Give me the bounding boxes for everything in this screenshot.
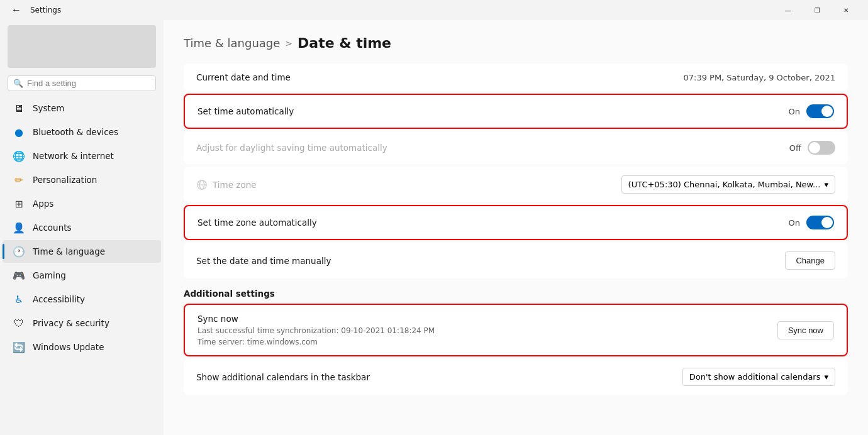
search-area: 🔍: [0, 70, 164, 96]
sidebar-item-label: Windows Update: [33, 342, 104, 352]
sidebar-item-label: Time & language: [33, 246, 105, 256]
set-manually-label: Set the date and time manually: [196, 256, 331, 266]
timezone-right: (UTC+05:30) Chennai, Kolkata, Mumbai, Ne…: [621, 175, 835, 194]
calendars-card: Show additional calendars in the taskbar…: [184, 359, 848, 395]
sync-left: Sync now Last successful time synchroniz…: [198, 314, 435, 346]
calendars-dropdown[interactable]: Don't show additional calendars ▾: [682, 368, 835, 386]
set-time-auto-row: Set time automatically On: [185, 95, 847, 128]
daylight-state: Off: [789, 143, 801, 153]
current-date-label: Current date and time: [196, 72, 291, 82]
daylight-card: Adjust for daylight saving time automati…: [184, 131, 848, 164]
calendars-label: Show additional calendars in the taskbar: [196, 372, 370, 382]
sidebar: 🔍 🖥 System ● Bluetooth & devices 🌐 Netwo…: [0, 20, 164, 435]
sidebar-item-label: Network & internet: [33, 151, 114, 161]
accounts-icon: 👤: [13, 221, 25, 234]
sidebar-item-network[interactable]: 🌐 Network & internet: [3, 145, 161, 167]
gaming-icon: 🎮: [13, 269, 25, 282]
daylight-right: Off: [789, 141, 835, 155]
minimize-button[interactable]: —: [774, 0, 803, 20]
sidebar-item-label: Privacy & security: [33, 318, 109, 328]
sync-now-button[interactable]: Sync now: [777, 321, 834, 339]
set-manually-card: Set the date and time manually Change: [184, 243, 848, 278]
sync-now-card: Sync now Last successful time synchroniz…: [184, 304, 848, 356]
timezone-chevron-icon: ▾: [824, 180, 828, 189]
apps-icon: ⊞: [13, 197, 25, 210]
timezone-row: Time zone (UTC+05:30) Chennai, Kolkata, …: [184, 167, 848, 202]
set-manually-row: Set the date and time manually Change: [184, 243, 848, 278]
sidebar-item-bluetooth[interactable]: ● Bluetooth & devices: [3, 121, 161, 143]
set-time-auto-state: On: [789, 107, 800, 116]
timezone-left: Time zone: [196, 179, 257, 190]
set-time-auto-label: Set time automatically: [198, 106, 294, 116]
globe-icon: [196, 179, 208, 190]
sidebar-item-label: Apps: [33, 199, 53, 209]
current-date-row: Current date and time 07:39 PM, Saturday…: [184, 63, 848, 91]
update-icon: 🔄: [13, 341, 25, 353]
sidebar-item-privacy[interactable]: 🛡 Privacy & security: [3, 312, 161, 334]
sidebar-item-label: Personalization: [33, 175, 97, 185]
breadcrumb: Time & language > Date & time: [184, 35, 848, 51]
sidebar-item-label: Accounts: [33, 223, 72, 233]
set-timezone-auto-right: On: [789, 216, 834, 229]
sidebar-item-update[interactable]: 🔄 Windows Update: [3, 336, 161, 358]
system-icon: 🖥: [13, 102, 25, 114]
breadcrumb-current: Date & time: [298, 35, 391, 51]
sidebar-item-accessibility[interactable]: ♿ Accessibility: [3, 288, 161, 311]
timezone-value: (UTC+05:30) Chennai, Kolkata, Mumbai, Ne…: [628, 180, 821, 189]
sidebar-item-apps[interactable]: ⊞ Apps: [3, 192, 161, 215]
timezone-card: Time zone (UTC+05:30) Chennai, Kolkata, …: [184, 167, 848, 202]
sidebar-item-gaming[interactable]: 🎮 Gaming: [3, 264, 161, 287]
set-timezone-auto-label: Set time zone automatically: [198, 218, 317, 228]
sidebar-item-label: System: [33, 103, 64, 113]
change-button[interactable]: Change: [785, 251, 835, 270]
calendars-value: Don't show additional calendars: [689, 372, 821, 382]
current-date-value: 07:39 PM, Saturday, 9 October, 2021: [683, 73, 835, 82]
additional-settings-header: Additional settings: [184, 289, 848, 299]
app-title: Settings: [30, 6, 61, 14]
time-icon: 🕐: [13, 245, 25, 258]
sync-last-label: Last successful time synchronization: 09…: [198, 326, 435, 335]
accessibility-icon: ♿: [13, 293, 25, 306]
sidebar-item-system[interactable]: 🖥 System: [3, 97, 161, 119]
window-controls: — ❐ ✕: [774, 0, 860, 20]
set-timezone-auto-row: Set time zone automatically On: [185, 206, 847, 239]
daylight-row: Adjust for daylight saving time automati…: [184, 131, 848, 164]
search-icon: 🔍: [13, 79, 23, 88]
set-time-auto-card: Set time automatically On: [184, 94, 848, 129]
sidebar-item-label: Gaming: [33, 270, 66, 280]
privacy-icon: 🛡: [13, 317, 25, 329]
maximize-button[interactable]: ❐: [803, 0, 832, 20]
sidebar-item-label: Accessibility: [33, 294, 85, 304]
personalization-icon: ✏: [13, 173, 25, 186]
sync-now-title: Sync now: [198, 314, 435, 324]
sync-server-label: Time server: time.windows.com: [198, 338, 435, 346]
back-button[interactable]: ←: [8, 1, 25, 19]
search-input[interactable]: [27, 79, 150, 88]
daylight-label: Adjust for daylight saving time automati…: [196, 143, 387, 153]
timezone-label: Time zone: [213, 180, 257, 190]
close-button[interactable]: ✕: [832, 0, 860, 20]
daylight-toggle[interactable]: [808, 141, 835, 155]
user-avatar: [8, 25, 156, 68]
set-timezone-auto-toggle[interactable]: [806, 216, 834, 229]
calendars-right: Don't show additional calendars ▾: [682, 368, 835, 386]
calendars-chevron-icon: ▾: [824, 372, 828, 382]
main-content: Time & language > Date & time Current da…: [164, 20, 868, 435]
set-timezone-auto-card: Set time zone automatically On: [184, 205, 848, 240]
sidebar-item-personalization[interactable]: ✏ Personalization: [3, 168, 161, 191]
set-timezone-auto-state: On: [789, 218, 800, 228]
timezone-dropdown[interactable]: (UTC+05:30) Chennai, Kolkata, Mumbai, Ne…: [621, 175, 835, 194]
sync-card-inner: Sync now Last successful time synchroniz…: [185, 305, 847, 355]
network-icon: 🌐: [13, 150, 25, 162]
bluetooth-icon: ●: [13, 126, 25, 138]
sidebar-item-time[interactable]: 🕐 Time & language: [3, 240, 161, 263]
set-manually-right: Change: [785, 251, 835, 270]
titlebar: ← Settings — ❐ ✕: [0, 0, 868, 20]
sidebar-item-label: Bluetooth & devices: [33, 127, 118, 137]
sidebar-item-accounts[interactable]: 👤 Accounts: [3, 216, 161, 239]
calendars-row: Show additional calendars in the taskbar…: [184, 359, 848, 395]
breadcrumb-parent[interactable]: Time & language: [184, 36, 280, 50]
set-time-auto-toggle[interactable]: [806, 104, 834, 118]
set-time-auto-right: On: [789, 104, 834, 118]
search-box[interactable]: 🔍: [8, 75, 156, 91]
